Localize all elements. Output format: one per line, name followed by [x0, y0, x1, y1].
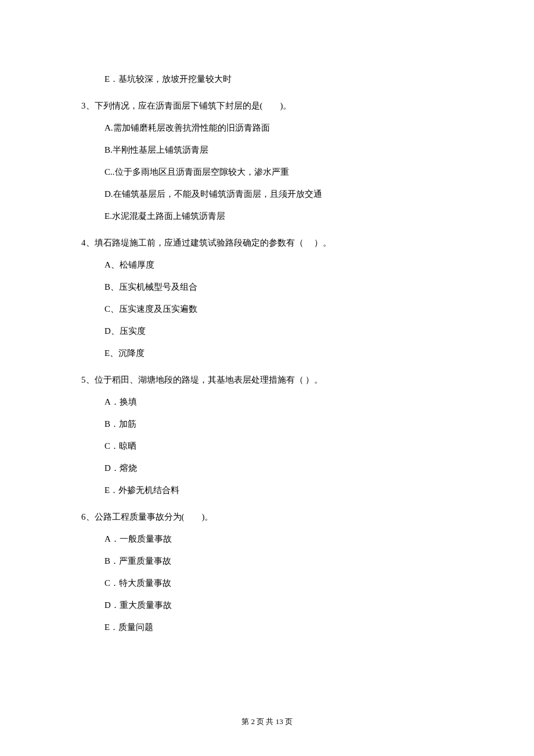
orphan-option: E．基坑较深，放坡开挖量较大时 [104, 72, 453, 86]
question-option: A、松铺厚度 [104, 258, 453, 272]
question-stem: 5、位于稻田、湖塘地段的路堤，其基地表层处理措施有（ ）。 [81, 373, 453, 387]
question-option: D.在铺筑基层后，不能及时铺筑沥青面层，且须开放交通 [104, 187, 453, 201]
question-option: C．晾晒 [104, 439, 453, 453]
question-option: E、沉降度 [104, 346, 453, 360]
question-stem: 6、公路工程质量事故分为( )。 [81, 510, 453, 524]
question-option: A.需加铺磨耗层改善抗滑性能的旧沥青路面 [104, 121, 453, 135]
question-option: D、压实度 [104, 324, 453, 338]
question-option: B、压实机械型号及组合 [104, 280, 453, 294]
question-stem: 4、填石路堤施工前，应通过建筑试验路段确定的参数有（ ）。 [81, 236, 453, 250]
question-option: B.半刚性基层上铺筑沥青层 [104, 143, 453, 157]
question-option: B．严重质量事故 [104, 554, 453, 568]
page-content: E．基坑较深，放坡开挖量较大时 3、下列情况，应在沥青面层下铺筑下封层的是( )… [0, 0, 534, 677]
question-option: E．外掺无机结合料 [104, 483, 453, 497]
question-option: C．特大质量事故 [104, 576, 453, 590]
question-option: B．加筋 [104, 417, 453, 431]
question-option: C、压实速度及压实遍数 [104, 302, 453, 316]
question-option: D．重大质量事故 [104, 598, 453, 612]
question-stem: 3、下列情况，应在沥青面层下铺筑下封层的是( )。 [81, 99, 453, 113]
question-option: C..位于多雨地区且沥青面层空隙较大，渗水严重 [104, 165, 453, 179]
question-option: A．换填 [104, 395, 453, 409]
question-option: E．质量问题 [104, 620, 453, 634]
question-option: A．一般质量事故 [104, 532, 453, 546]
page-footer: 第 2 页 共 13 页 [0, 717, 534, 727]
question-option: D．熔烧 [104, 461, 453, 475]
question-option: E.水泥混凝土路面上铺筑沥青层 [104, 209, 453, 223]
